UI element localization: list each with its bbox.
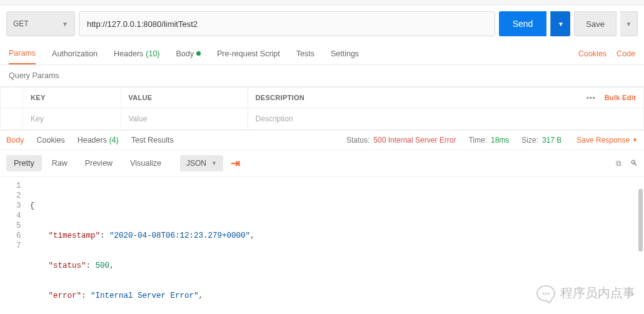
watermark: ••• 程序员内点事 (536, 285, 635, 301)
size-label: Size: (521, 136, 538, 144)
tab-settings[interactable]: Settings (331, 43, 359, 64)
chevron-down-icon: ▼ (62, 21, 68, 28)
column-description: DESCRIPTION ••• Bulk Edit (248, 88, 643, 108)
table-row[interactable]: Key Value Description (1, 108, 644, 130)
view-visualize[interactable]: Visualize (123, 155, 169, 171)
send-button[interactable]: Send (499, 11, 547, 36)
response-tab-cookies[interactable]: Cookies (37, 136, 65, 144)
save-button[interactable]: Save (574, 11, 616, 36)
chevron-down-icon: ▼ (626, 21, 632, 28)
view-pretty[interactable]: Pretty (6, 155, 42, 171)
code-link[interactable]: Code (616, 49, 635, 58)
description-cell[interactable]: Description (248, 108, 643, 130)
view-preview[interactable]: Preview (78, 155, 120, 171)
tab-prerequest[interactable]: Pre-request Script (217, 43, 280, 64)
response-tab-body[interactable]: Body (6, 136, 24, 144)
send-dropdown-button[interactable]: ▼ (550, 11, 570, 36)
response-tab-test-results[interactable]: Test Results (131, 136, 174, 144)
cookies-link[interactable]: Cookies (578, 49, 606, 58)
tab-body[interactable]: Body (176, 43, 201, 64)
scrollbar[interactable] (638, 189, 643, 251)
line-gutter: 1 2 3 4 5 6 7 (0, 181, 30, 314)
column-key: KEY (23, 88, 121, 108)
request-tabs: Params Authorization Headers (10) Body P… (0, 43, 644, 65)
code-content: { "timestamp": "2020-04-08T06:12:23.279+… (30, 181, 302, 314)
status-label: Status: (346, 136, 370, 144)
response-tab-headers[interactable]: Headers (4) (78, 136, 119, 144)
save-dropdown-button[interactable]: ▼ (620, 11, 638, 36)
bulk-edit-link[interactable]: Bulk Edit (605, 94, 636, 101)
size-value: 317 B (542, 136, 561, 144)
time-label: Time: (468, 136, 487, 144)
chevron-down-icon: ▼ (211, 160, 217, 166)
http-method-value: GET (13, 19, 29, 28)
wechat-icon: ••• (536, 285, 555, 301)
query-params-header: Query Params (0, 65, 644, 87)
format-select[interactable]: JSON ▼ (180, 155, 223, 171)
dot-indicator-icon (196, 51, 201, 56)
chevron-down-icon: ▼ (558, 21, 564, 28)
column-value: VALUE (121, 88, 248, 108)
url-input[interactable] (79, 11, 495, 36)
save-response-button[interactable]: Save Response ▼ (576, 136, 638, 144)
wrap-lines-icon[interactable]: ⇥ (231, 156, 240, 170)
response-tabs: Body Cookies Headers (4) Test Results St… (0, 130, 644, 150)
tab-authorization[interactable]: Authorization (52, 43, 98, 64)
time-value: 18ms (491, 136, 509, 144)
tab-tests[interactable]: Tests (296, 43, 314, 64)
chevron-down-icon: ▼ (632, 137, 638, 143)
query-params-table: KEY VALUE DESCRIPTION ••• Bulk Edit Key … (0, 87, 644, 130)
http-method-select[interactable]: GET ▼ (6, 11, 75, 36)
value-cell[interactable]: Value (121, 108, 248, 130)
search-icon[interactable]: 🔍︎ (630, 159, 638, 168)
more-options-icon[interactable]: ••• (586, 94, 596, 101)
copy-icon[interactable]: ⧉ (616, 159, 621, 168)
view-raw[interactable]: Raw (44, 155, 75, 171)
viewer-toolbar: Pretty Raw Preview Visualize JSON ▼ ⇥ ⧉ … (0, 150, 644, 177)
key-cell[interactable]: Key (23, 108, 121, 130)
tab-headers[interactable]: Headers (10) (114, 43, 159, 64)
tab-params[interactable]: Params (9, 43, 36, 64)
status-value: 500 Internal Server Error (373, 136, 456, 144)
